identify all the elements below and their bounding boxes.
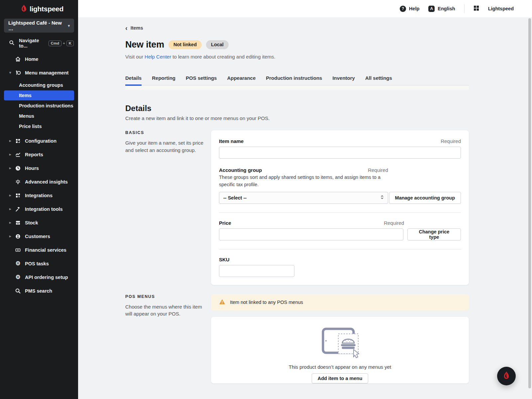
topbar-divider bbox=[464, 4, 465, 13]
vertical-scrollbar[interactable] bbox=[528, 18, 531, 388]
help-menu[interactable]: ? Help bbox=[400, 6, 419, 12]
divider bbox=[219, 212, 461, 213]
help-text: Visit our Help Center to learn more abou… bbox=[125, 54, 469, 60]
sidebar-item-reports[interactable]: ▸ Reports bbox=[0, 148, 78, 161]
chevron-right-icon: ▸ bbox=[9, 152, 15, 157]
chevron-down-icon: ▾ bbox=[9, 70, 15, 75]
grid-check-icon bbox=[15, 138, 21, 144]
sidebar-item-integrations[interactable]: ▸ Integrations bbox=[0, 189, 78, 202]
item-name-label: Item name bbox=[219, 138, 244, 144]
tab-production-instructions[interactable]: Production instructions bbox=[266, 75, 322, 85]
pos-menus-description: Choose the menus where this item will ap… bbox=[125, 303, 204, 318]
lightspeed-logo: lightspeed bbox=[21, 4, 78, 14]
language-icon: A bbox=[428, 6, 435, 12]
basics-label: BASICS bbox=[125, 130, 204, 135]
chevron-down-icon: ▾ bbox=[68, 24, 70, 28]
gear-icon: ⚙ bbox=[15, 274, 21, 280]
sidebar-item-customers[interactable]: ▸ Customers bbox=[0, 229, 78, 243]
divider bbox=[219, 249, 461, 249]
select-chevrons-icon bbox=[380, 195, 384, 200]
breadcrumb[interactable]: ‹ Items bbox=[125, 17, 143, 31]
tablet-burger-illustration bbox=[315, 326, 365, 360]
sidebar-item-financial-services[interactable]: Financial services bbox=[0, 243, 78, 257]
person-icon bbox=[15, 233, 21, 239]
tab-inventory[interactable]: Inventory bbox=[332, 75, 355, 85]
clock-icon bbox=[15, 165, 21, 171]
menu-management-subnav: Accounting groups Items Production instr… bbox=[0, 80, 78, 131]
tab-appearance[interactable]: Appearance bbox=[227, 75, 256, 85]
sidebar-item-advanced-insights[interactable]: Advanced insights bbox=[0, 175, 78, 189]
flame-icon bbox=[503, 371, 510, 381]
sidebar-item-stock[interactable]: ▸ Stock bbox=[0, 216, 78, 229]
price-label: Price bbox=[219, 220, 231, 226]
section-subheading: Create a new item and link it to one or … bbox=[125, 115, 469, 121]
cmd-key: Cmd bbox=[49, 41, 62, 46]
price-input[interactable] bbox=[219, 228, 403, 240]
k-key: K bbox=[66, 41, 74, 46]
lightbulb-icon bbox=[15, 179, 21, 185]
topbar: ? Help A English Lightspeed bbox=[78, 0, 532, 17]
warning-text: Item not linked to any POS menus bbox=[230, 300, 303, 305]
sidebar-item-home[interactable]: Home bbox=[0, 52, 78, 66]
sidebar-item-pos-tasks[interactable]: ⚙ POS tasks bbox=[0, 257, 78, 270]
sidebar-item-menu-management[interactable]: ▾ Menu management bbox=[0, 66, 78, 79]
sidebar-item-pms-search[interactable]: PMS search bbox=[0, 284, 78, 298]
sidebar-item-items[interactable]: Items bbox=[4, 90, 74, 100]
basics-card: Item name Required Accounting group Requ… bbox=[211, 130, 469, 285]
tab-pos-settings[interactable]: POS settings bbox=[186, 75, 217, 85]
item-name-required: Required bbox=[441, 138, 461, 144]
lightspeed-floating-button[interactable] bbox=[497, 367, 516, 385]
tab-reporting[interactable]: Reporting bbox=[152, 75, 175, 85]
sidebar-item-hours[interactable]: ▸ Hours bbox=[0, 161, 78, 175]
grid-icon bbox=[474, 5, 479, 12]
chevron-right-icon: ▸ bbox=[9, 220, 15, 225]
sidebar-item-accounting-groups[interactable]: Accounting groups bbox=[4, 80, 74, 90]
manage-accounting-group-button[interactable]: Manage accounting group bbox=[389, 192, 461, 204]
sidebar-item-integration-tools[interactable]: ▸ Integration tools bbox=[0, 202, 78, 216]
change-price-type-button[interactable]: Change price type bbox=[407, 228, 461, 240]
help-center-link[interactable]: Help Center bbox=[145, 54, 171, 60]
tab-strip bbox=[125, 85, 469, 90]
tab-all-settings[interactable]: All settings bbox=[365, 75, 392, 85]
boxes-icon bbox=[15, 220, 21, 226]
sku-label: SKU bbox=[219, 257, 230, 262]
banknote-icon bbox=[15, 247, 21, 253]
tab-details[interactable]: Details bbox=[125, 75, 142, 85]
sidebar-item-configuration[interactable]: ▸ Configuration bbox=[0, 134, 78, 148]
accounting-group-required: Required bbox=[368, 167, 388, 173]
warning-banner: Item not linked to any POS menus bbox=[211, 294, 469, 310]
navigate-to-label: Navigate to... bbox=[19, 38, 49, 49]
language-menu[interactable]: A English bbox=[428, 6, 455, 12]
sidebar-item-api-ordering-setup[interactable]: ⚙ API ordering setup bbox=[0, 270, 78, 284]
help-icon: ? bbox=[400, 6, 406, 12]
home-icon bbox=[15, 56, 21, 62]
sidebar-item-menus[interactable]: Menus bbox=[4, 111, 74, 121]
app-switcher[interactable] bbox=[474, 5, 479, 12]
empty-menus-card: This product doesn’t appear on any menus… bbox=[211, 317, 469, 383]
pos-menus-label: POS MENUS bbox=[125, 294, 204, 299]
basics-description: Give your item a name, set its price and… bbox=[125, 139, 204, 154]
not-linked-badge: Not linked bbox=[168, 40, 202, 49]
sidebar-nav: Home ▾ Menu management Accounting groups… bbox=[0, 52, 78, 298]
section-heading: Details bbox=[125, 104, 469, 113]
item-name-input[interactable] bbox=[219, 147, 461, 159]
breadcrumb-label: Items bbox=[131, 25, 143, 31]
brand-menu[interactable]: Lightspeed bbox=[488, 6, 514, 11]
search-icon bbox=[9, 40, 15, 47]
workspace-switcher[interactable]: Lightspeed Café - New … ▾ bbox=[4, 19, 74, 33]
chevron-right-icon: ▸ bbox=[9, 207, 15, 211]
search-icon bbox=[15, 288, 21, 294]
accounting-group-select[interactable]: -- Select -- bbox=[219, 192, 388, 204]
flame-icon bbox=[21, 4, 27, 14]
chart-icon bbox=[15, 152, 21, 158]
add-item-to-menu-button[interactable]: Add item to a menu bbox=[312, 373, 369, 383]
sidebar-item-price-lists[interactable]: Price lists bbox=[4, 121, 74, 131]
warning-icon bbox=[219, 299, 225, 306]
chevron-left-icon: ‹ bbox=[125, 26, 128, 30]
sku-input[interactable] bbox=[219, 265, 294, 277]
navigate-to-search[interactable]: Navigate to... Cmd + K bbox=[0, 38, 78, 48]
dining-icon bbox=[15, 70, 21, 76]
chevron-right-icon: ▸ bbox=[9, 166, 15, 170]
chevron-right-icon: ▸ bbox=[9, 193, 15, 198]
sidebar-item-production-instructions[interactable]: Production instructions bbox=[4, 101, 74, 111]
